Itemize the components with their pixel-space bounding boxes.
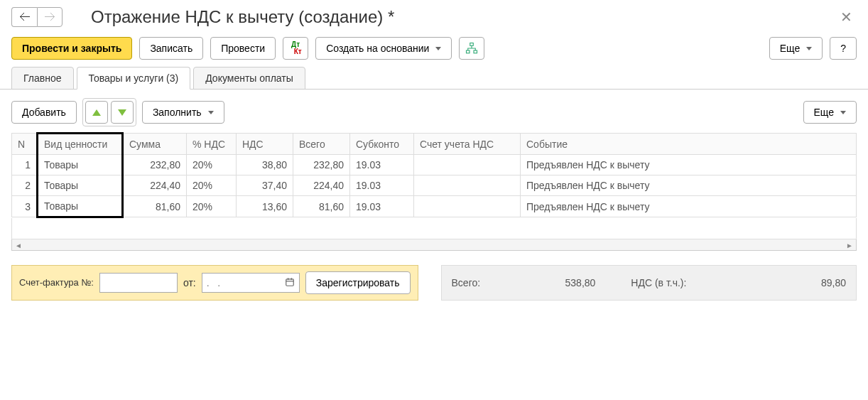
create-based-on-button[interactable]: Создать на основании	[315, 37, 452, 60]
arrow-right-icon: 🡢	[44, 11, 55, 23]
close-button[interactable]: ✕	[836, 9, 857, 26]
col-total[interactable]: Всего	[293, 134, 350, 155]
horizontal-scrollbar[interactable]: ◄ ►	[11, 239, 857, 251]
col-vat-account[interactable]: Счет учета НДС	[414, 134, 521, 155]
svg-rect-3	[286, 279, 293, 285]
arrow-up-icon	[92, 109, 101, 116]
table-row[interactable]: 3Товары81,6020%13,6081,6019.03Предъявлен…	[12, 196, 857, 217]
scroll-right-icon: ►	[845, 241, 855, 249]
cell-total[interactable]: 232,80	[293, 155, 350, 175]
invoice-panel: Счет-фактура №: от: Зарегистрировать	[11, 265, 418, 301]
cell-vat-pct[interactable]: 20%	[187, 155, 237, 175]
goods-table[interactable]: N Вид ценности Сумма % НДС НДС Всего Суб…	[11, 132, 857, 218]
chevron-down-icon	[806, 47, 812, 50]
chevron-down-icon	[840, 111, 846, 114]
table-row[interactable]: 1Товары232,8020%38,80232,8019.03Предъявл…	[12, 155, 857, 175]
cell-vat[interactable]: 13,60	[237, 196, 293, 217]
help-button[interactable]: ?	[830, 37, 857, 60]
post-and-close-button[interactable]: Провести и закрыть	[11, 37, 132, 60]
structure-button[interactable]	[459, 37, 484, 60]
cell-vat-pct[interactable]: 20%	[187, 175, 237, 196]
cell-kind[interactable]: Товары	[38, 196, 123, 217]
page-title: Отражение НДС к вычету (создание) *	[91, 7, 836, 27]
calendar-icon[interactable]	[281, 277, 299, 289]
cell-event[interactable]: Предъявлен НДС к вычету	[521, 196, 857, 217]
cell-kind[interactable]: Товары	[38, 155, 123, 175]
svg-rect-2	[474, 50, 477, 53]
cell-n[interactable]: 1	[12, 155, 38, 175]
arrow-down-icon	[118, 109, 126, 116]
invoice-number-input[interactable]	[99, 273, 178, 293]
total-value: 538,80	[565, 277, 596, 288]
svg-rect-0	[470, 43, 474, 46]
add-row-button[interactable]: Добавить	[11, 101, 77, 124]
col-event[interactable]: Событие	[521, 134, 857, 155]
invoice-number-label: Счет-фактура №:	[19, 277, 94, 288]
svg-rect-1	[467, 50, 470, 53]
cell-vat-account[interactable]	[414, 155, 521, 175]
invoice-date-input[interactable]	[202, 276, 281, 290]
cell-total[interactable]: 224,40	[293, 175, 350, 196]
col-subconto[interactable]: Субконто	[350, 134, 414, 155]
dt-kt-icon: ДтКт	[290, 41, 302, 55]
col-n[interactable]: N	[12, 134, 38, 155]
vat-value: 89,80	[821, 277, 846, 288]
cell-sum[interactable]: 232,80	[123, 155, 187, 175]
dt-kt-button[interactable]: ДтКт	[283, 37, 308, 60]
chevron-down-icon	[208, 111, 214, 114]
cell-vat-account[interactable]	[414, 196, 521, 217]
cell-vat-account[interactable]	[414, 175, 521, 196]
save-button[interactable]: Записать	[139, 37, 203, 60]
cell-sum[interactable]: 224,40	[123, 175, 187, 196]
cell-n[interactable]: 2	[12, 175, 38, 196]
cell-total[interactable]: 81,60	[293, 196, 350, 217]
cell-event[interactable]: Предъявлен НДС к вычету	[521, 155, 857, 175]
table-row[interactable]: 2Товары224,4020%37,40224,4019.03Предъявл…	[12, 175, 857, 196]
more-button[interactable]: Еще	[769, 37, 823, 60]
move-down-button[interactable]	[111, 101, 134, 124]
fill-button[interactable]: Заполнить	[142, 101, 224, 124]
col-sum[interactable]: Сумма	[123, 134, 187, 155]
totals-panel: Всего: 538,80 НДС (в т.ч.): 89,80	[441, 265, 857, 301]
col-vat-pct[interactable]: % НДС	[187, 134, 237, 155]
cell-vat-pct[interactable]: 20%	[187, 196, 237, 217]
scroll-left-icon: ◄	[13, 241, 23, 249]
tab-payment-documents[interactable]: Документы оплаты	[193, 67, 305, 90]
cell-vat[interactable]: 37,40	[237, 175, 293, 196]
cell-kind[interactable]: Товары	[38, 175, 123, 196]
cell-sum[interactable]: 81,60	[123, 196, 187, 217]
cell-vat[interactable]: 38,80	[237, 155, 293, 175]
total-label: Всего:	[452, 277, 487, 288]
nav-back-button[interactable]: 🡠	[11, 7, 37, 27]
tab-main[interactable]: Главное	[11, 67, 74, 90]
chevron-down-icon	[435, 47, 441, 50]
nav-forward-button[interactable]: 🡢	[37, 7, 63, 27]
col-kind[interactable]: Вид ценности	[38, 134, 123, 155]
arrow-left-icon: 🡠	[19, 11, 31, 23]
cell-event[interactable]: Предъявлен НДС к вычету	[521, 175, 857, 196]
close-icon: ✕	[840, 9, 852, 25]
move-up-button[interactable]	[85, 101, 108, 124]
cell-subconto[interactable]: 19.03	[350, 175, 414, 196]
table-header-row: N Вид ценности Сумма % НДС НДС Всего Суб…	[12, 134, 857, 155]
invoice-from-label: от:	[183, 277, 196, 288]
col-vat[interactable]: НДС	[237, 134, 293, 155]
vat-label: НДС (в т.ч.):	[631, 277, 686, 289]
tab-goods-services[interactable]: Товары и услуги (3)	[77, 67, 191, 90]
cell-subconto[interactable]: 19.03	[350, 155, 414, 175]
register-invoice-button[interactable]: Зарегистрировать	[305, 271, 411, 294]
cell-subconto[interactable]: 19.03	[350, 196, 414, 217]
structure-icon	[465, 42, 478, 55]
table-more-button[interactable]: Еще	[803, 101, 857, 124]
cell-n[interactable]: 3	[12, 196, 38, 217]
post-button[interactable]: Провести	[210, 37, 276, 60]
